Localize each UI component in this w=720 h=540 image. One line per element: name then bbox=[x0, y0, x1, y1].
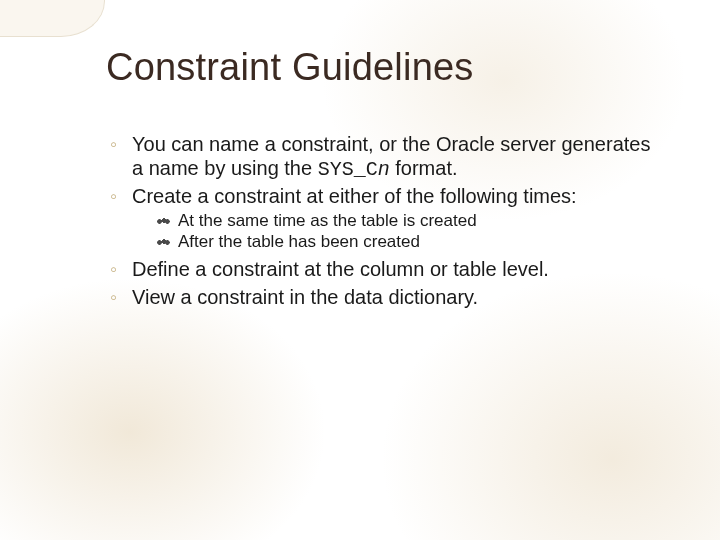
bullet-1-code-n: n bbox=[378, 158, 390, 181]
bullet-1-text-post: format. bbox=[390, 157, 458, 179]
bullet-1-code-base: SYS_C bbox=[318, 158, 378, 181]
bullet-1-code: SYS_Cn bbox=[318, 158, 390, 181]
bullet-2-text: Create a constraint at either of the fol… bbox=[132, 185, 577, 207]
bullet-3: Define a constraint at the column or tab… bbox=[106, 258, 660, 282]
bullet-2: Create a constraint at either of the fol… bbox=[106, 185, 660, 252]
slide: Constraint Guidelines You can name a con… bbox=[0, 0, 720, 540]
bullet-2-sub-1: At the same time as the table is created bbox=[156, 211, 660, 232]
bullet-4: View a constraint in the data dictionary… bbox=[106, 286, 660, 310]
bullet-2-sublist: At the same time as the table is created… bbox=[132, 211, 660, 252]
bullet-2-sub-2: After the table has been created bbox=[156, 232, 660, 253]
bullet-list: You can name a constraint, or the Oracle… bbox=[100, 133, 660, 309]
bullet-1: You can name a constraint, or the Oracle… bbox=[106, 133, 660, 181]
slide-title: Constraint Guidelines bbox=[106, 46, 660, 89]
